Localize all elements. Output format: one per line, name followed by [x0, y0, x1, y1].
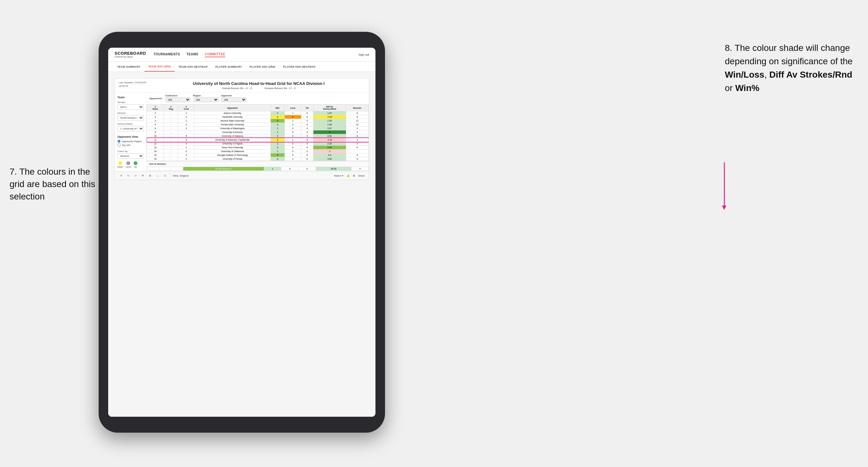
table-row: 15 - 4 Georgia Institute of Technology 5…: [147, 153, 369, 157]
toolbar-view: View: Original: [173, 174, 188, 177]
tablet-screen: SCOREBOARD Powered by clippd TOURNAMENTS…: [108, 48, 375, 417]
nav-bar: SCOREBOARD Powered by clippd TOURNAMENTS…: [108, 48, 375, 62]
toolbar-copy[interactable]: ⧉: [141, 174, 145, 178]
sidebar-division-select[interactable]: NCAA Division I: [117, 115, 144, 121]
nav-committee[interactable]: COMMITTEE: [205, 52, 225, 57]
report-title-area: University of North Carolina Head-to-Hea…: [152, 81, 365, 90]
legend-dot-up: [134, 161, 137, 165]
legend-dot-level: [126, 161, 130, 165]
table-row: 3 - 2 Vanderbilt University 0 4 0 -2.29 …: [147, 115, 369, 119]
toolbar-redo[interactable]: ↻: [126, 174, 131, 178]
toolbar-watch[interactable]: Watch ▾: [334, 174, 343, 177]
tab-team-h2h-heatmap[interactable]: TEAM H2H HEATMAP: [175, 62, 212, 71]
tab-team-summary[interactable]: TEAM SUMMARY: [113, 62, 145, 71]
sidebar-school-select[interactable]: 1. University of Nort...: [117, 126, 144, 131]
annotation-right: 8. The colour shade will change dependin…: [725, 41, 859, 95]
last-updated: Last Updated: 27/03/2024 16:55:38: [119, 81, 146, 88]
table-row: 12 - 3 University of Virginia 1 0 0 2.33…: [147, 142, 369, 146]
logo-subtitle: Powered by clippd: [115, 56, 146, 58]
toolbar-paste[interactable]: ⊞: [148, 174, 152, 178]
table-row: 6 - 2 Florida State University 4 2 0 1.8…: [147, 123, 369, 127]
legend-label-level: Level: [126, 166, 131, 168]
sign-out-button[interactable]: Sign out: [359, 53, 369, 56]
toolbar-feedback[interactable]: 👍: [346, 174, 350, 177]
header-rank: #Rank: [147, 105, 164, 111]
table-row: 2 - 1 Auburn University 2 1 0 1.67 9: [147, 111, 369, 115]
logo: SCOREBOARD: [115, 51, 146, 56]
grid-area: Opponents: Conference (All) Region (: [147, 93, 369, 171]
header-reg: #Reg: [164, 105, 178, 111]
sidebar-team-label: Team: [117, 96, 144, 99]
table-row: 11 - 6 University of Arkansas, Fayettevi…: [147, 138, 369, 142]
out-of-division-table: NCAA Division II 1 0 0 26.00 3: [147, 167, 369, 171]
toolbar-bottom: ↺ ↻ ↩ ⧉ ⊞ — ⊙ View: Original Watch ▾ 👍 ⊞…: [115, 171, 369, 180]
legend-label-up: Up: [134, 166, 137, 168]
tablet-shell: SCOREBOARD Powered by clippd TOURNAMENTS…: [99, 32, 385, 433]
table-row: 10 - 5 University of Alabama 3 0 0 2.61 …: [147, 134, 369, 138]
table-row: 4 - 1 Arizona State University 5 1 0 2.2…: [147, 119, 369, 123]
sidebar-gender-label: Gender: [117, 101, 144, 104]
tab-player-h2h-grid[interactable]: PLAYER H2H GRID: [246, 62, 279, 71]
table-row: 8 - 2 University of Washington 1 0 0 3.6…: [147, 127, 369, 130]
tab-player-h2h-heatmap[interactable]: PLAYER H2H HEATMAP: [279, 62, 319, 71]
main-content: Last Updated: 27/03/2024 16:55:38 Univer…: [108, 72, 375, 417]
filter-region-select[interactable]: (All): [193, 97, 219, 102]
toolbar-grid[interactable]: ⊞: [353, 174, 355, 177]
filter-opponent-select[interactable]: (All): [221, 97, 247, 102]
filter-conference-select[interactable]: (All): [165, 97, 191, 102]
data-table: #Rank #Reg #Conf Opponent Win Loss Tie D…: [147, 104, 369, 161]
sidebar-division-label: Division: [117, 112, 144, 115]
toolbar-right: Watch ▾ 👍 ⊞ Share: [334, 174, 365, 177]
header-rounds: Rounds: [346, 105, 368, 111]
legend-label-down: Down: [117, 166, 123, 168]
panel-header: Last Updated: 27/03/2024 16:55:38 Univer…: [115, 79, 369, 93]
sidebar-gender-select[interactable]: Men's: [117, 104, 144, 110]
arrow-right: [724, 162, 725, 207]
toolbar-clock[interactable]: ⊙: [163, 174, 167, 178]
colour-legend: Down Level Up: [117, 161, 144, 168]
nav-teams[interactable]: TEAMS: [186, 52, 198, 57]
filter-region: Region (All): [193, 94, 219, 102]
legend-dot-down: [118, 161, 122, 165]
sidebar-school-label: School (Rank): [117, 122, 144, 125]
annotation-left: 7. The colours in the grid are based on …: [9, 165, 99, 203]
logo-area: SCOREBOARD Powered by clippd: [115, 51, 146, 58]
sidebar-colour-by-select[interactable]: Win/loss: [117, 153, 144, 159]
header-opponent: Opponent: [194, 105, 271, 111]
content-panel: Last Updated: 27/03/2024 16:55:38 Univer…: [115, 78, 369, 180]
table-row: 16 - 2 University of Florida 3 1 0 4.62 …: [147, 157, 369, 161]
panel-body: Team Gender Men's Division NCAA Division…: [115, 93, 369, 171]
header-tie: Tie: [301, 105, 313, 111]
radio-top100: Top 100: [117, 144, 144, 147]
report-subtitle: Overall Record: 89 - 17 - 0 Division Rec…: [152, 87, 365, 90]
filter-opponent: Opponent (All): [221, 94, 247, 102]
toolbar-undo[interactable]: ↺: [119, 174, 123, 178]
sidebar: Team Gender Men's Division NCAA Division…: [115, 93, 147, 171]
filters-row: Opponents: Conference (All) Region (: [147, 93, 369, 104]
header-loss: Loss: [284, 105, 301, 111]
sidebar-colour-by-label: Colour by: [117, 150, 144, 153]
table-row: 14 - 0 University of Oklahoma 1 0 0 -1: [147, 150, 369, 153]
tab-player-summary[interactable]: PLAYER SUMMARY: [212, 62, 246, 71]
header-diff-av: Diff AvStrokes/Rnd: [313, 105, 346, 111]
filter-conference: Conference (All): [165, 94, 191, 102]
nav-tournaments[interactable]: TOURNAMENTS: [154, 52, 180, 57]
opponent-view-radio-group: Opponents Played Top 100: [117, 139, 144, 147]
report-title: University of North Carolina Head-to-Hea…: [152, 81, 365, 86]
radio-opponents-played: Opponents Played: [117, 139, 144, 143]
out-of-division-label: Out of division: [147, 161, 369, 167]
out-of-division-row: NCAA Division II 1 0 0 26.00 3: [147, 167, 369, 171]
sidebar-opponent-view-label: Opponent View: [117, 135, 144, 138]
header-win: Win: [271, 105, 284, 111]
toolbar-back[interactable]: ↩: [133, 174, 138, 178]
table-row: 13 - 1 Texas Tech University 3 0 0 5.56 …: [147, 146, 369, 150]
tab-team-h2h-grid[interactable]: TEAM H2H GRID: [145, 62, 175, 71]
header-conf: #Conf: [178, 105, 194, 111]
toolbar-dash[interactable]: —: [155, 174, 160, 178]
sub-nav: TEAM SUMMARY TEAM H2H GRID TEAM H2H HEAT…: [108, 62, 375, 72]
table-row: 9 - - University of Arizona 1 0 0 9 2: [147, 130, 369, 134]
toolbar-share[interactable]: Share: [358, 174, 365, 177]
nav-links: TOURNAMENTS TEAMS COMMITTEE: [154, 52, 359, 57]
